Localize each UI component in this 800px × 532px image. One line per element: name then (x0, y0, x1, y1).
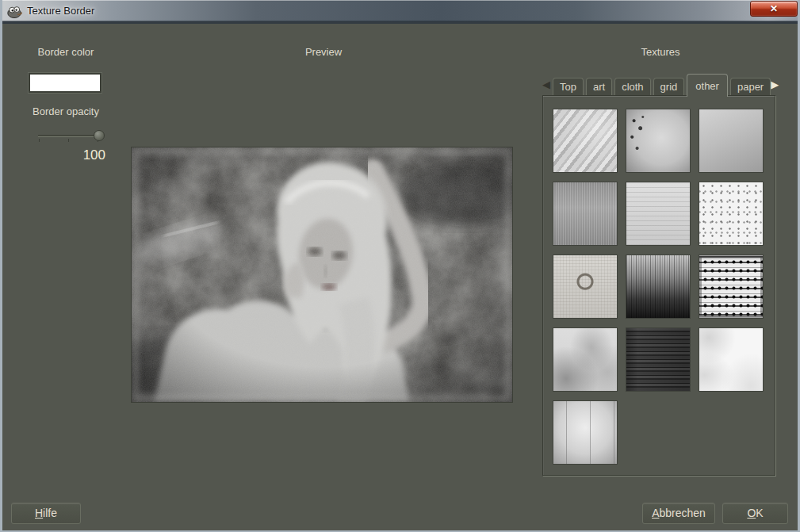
cancel-button[interactable]: Abbrechen (642, 503, 715, 524)
slider-tick (39, 139, 40, 142)
tab-art[interactable]: art (586, 78, 612, 96)
border-color-label: Border color (2, 46, 129, 58)
texture-thumbnail[interactable] (626, 255, 690, 318)
texture-thumbnail[interactable] (626, 182, 690, 245)
textures-label: Textures (601, 46, 720, 58)
gimp-wilber-icon (6, 3, 22, 19)
texture-thumbnail[interactable] (699, 109, 763, 172)
texture-thumbnail[interactable] (553, 182, 617, 245)
scroll-tabs-left-icon[interactable]: ◀ (542, 76, 550, 94)
help-button-label: H (35, 507, 43, 519)
ok-button-label: O (747, 507, 756, 519)
slider-knob[interactable] (94, 130, 105, 141)
texture-thumbnail[interactable] (553, 328, 617, 391)
border-opacity-value: 100 (34, 147, 105, 163)
border-opacity-slider[interactable] (38, 128, 105, 146)
close-button[interactable]: ✕ (750, 1, 798, 17)
texture-thumbnail[interactable] (699, 255, 763, 318)
slider-tick (68, 139, 69, 142)
texture-thumbnail[interactable] (553, 109, 617, 172)
texture-thumbnail[interactable] (699, 182, 763, 245)
tab-paper[interactable]: paper (730, 78, 771, 96)
help-button[interactable]: Hilfe (11, 503, 81, 524)
tab-cloth[interactable]: cloth (614, 78, 650, 96)
tab-grid[interactable]: grid (653, 78, 685, 96)
preview-label: Preview (264, 46, 383, 58)
texture-thumbnail[interactable] (553, 401, 617, 464)
texture-grid (542, 95, 775, 476)
texture-thumbnail[interactable] (553, 255, 617, 318)
border-color-swatch[interactable] (29, 73, 101, 93)
scroll-tabs-right-icon[interactable]: ▶ (771, 76, 779, 94)
texture-thumbnail[interactable] (699, 328, 763, 391)
tab-other[interactable]: other (687, 74, 728, 97)
ok-button[interactable]: OK (722, 503, 788, 524)
texture-tab-bar: ◀ Top art cloth grid other paper ▶ (542, 70, 779, 96)
window-title: Texture Border (27, 5, 94, 17)
slider-track[interactable] (38, 135, 98, 137)
texture-thumbnail[interactable] (626, 328, 690, 391)
tab-top[interactable]: Top (553, 78, 584, 96)
texture-thumbnail[interactable] (626, 109, 690, 172)
texture-border-dialog: Texture Border ✕ Border color Border opa… (0, 0, 800, 532)
dialog-content: Border color Border opacity 100 Preview (2, 21, 798, 530)
border-opacity-label: Border opacity (2, 105, 129, 117)
title-bar[interactable]: Texture Border ✕ (0, 0, 800, 21)
preview-image (131, 147, 513, 403)
